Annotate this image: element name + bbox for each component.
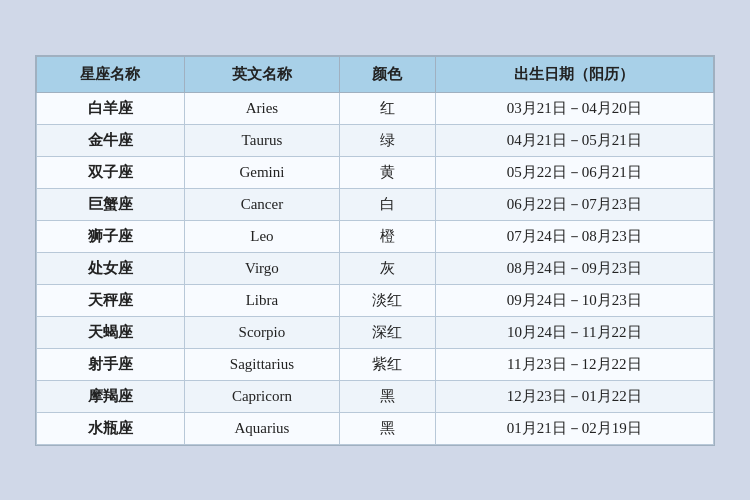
table-row: 摩羯座Capricorn黑12月23日－01月22日 <box>37 380 714 412</box>
english-name-cell: Taurus <box>184 124 339 156</box>
table-row: 金牛座Taurus绿04月21日－05月21日 <box>37 124 714 156</box>
header-color: 颜色 <box>339 56 435 92</box>
dates-cell: 07月24日－08月23日 <box>435 220 713 252</box>
chinese-name-cell: 摩羯座 <box>37 380 185 412</box>
table-row: 天蝎座Scorpio深红10月24日－11月22日 <box>37 316 714 348</box>
english-name-cell: Sagittarius <box>184 348 339 380</box>
table-row: 水瓶座Aquarius黑01月21日－02月19日 <box>37 412 714 444</box>
table-row: 天秤座Libra淡红09月24日－10月23日 <box>37 284 714 316</box>
dates-cell: 03月21日－04月20日 <box>435 92 713 124</box>
table-row: 狮子座Leo橙07月24日－08月23日 <box>37 220 714 252</box>
english-name-cell: Gemini <box>184 156 339 188</box>
chinese-name-cell: 金牛座 <box>37 124 185 156</box>
dates-cell: 01月21日－02月19日 <box>435 412 713 444</box>
dates-cell: 10月24日－11月22日 <box>435 316 713 348</box>
dates-cell: 05月22日－06月21日 <box>435 156 713 188</box>
zodiac-table: 星座名称 英文名称 颜色 出生日期（阳历） 白羊座Aries红03月21日－04… <box>36 56 714 445</box>
chinese-name-cell: 水瓶座 <box>37 412 185 444</box>
table-row: 处女座Virgo灰08月24日－09月23日 <box>37 252 714 284</box>
table-row: 白羊座Aries红03月21日－04月20日 <box>37 92 714 124</box>
table-row: 射手座Sagittarius紫红11月23日－12月22日 <box>37 348 714 380</box>
english-name-cell: Leo <box>184 220 339 252</box>
color-cell: 橙 <box>339 220 435 252</box>
color-cell: 白 <box>339 188 435 220</box>
chinese-name-cell: 双子座 <box>37 156 185 188</box>
header-english-name: 英文名称 <box>184 56 339 92</box>
color-cell: 黄 <box>339 156 435 188</box>
dates-cell: 11月23日－12月22日 <box>435 348 713 380</box>
table-body: 白羊座Aries红03月21日－04月20日金牛座Taurus绿04月21日－0… <box>37 92 714 444</box>
english-name-cell: Aries <box>184 92 339 124</box>
dates-cell: 06月22日－07月23日 <box>435 188 713 220</box>
color-cell: 红 <box>339 92 435 124</box>
english-name-cell: Cancer <box>184 188 339 220</box>
english-name-cell: Libra <box>184 284 339 316</box>
dates-cell: 08月24日－09月23日 <box>435 252 713 284</box>
dates-cell: 04月21日－05月21日 <box>435 124 713 156</box>
color-cell: 黑 <box>339 412 435 444</box>
color-cell: 黑 <box>339 380 435 412</box>
color-cell: 灰 <box>339 252 435 284</box>
color-cell: 绿 <box>339 124 435 156</box>
english-name-cell: Virgo <box>184 252 339 284</box>
english-name-cell: Capricorn <box>184 380 339 412</box>
dates-cell: 09月24日－10月23日 <box>435 284 713 316</box>
zodiac-table-container: 星座名称 英文名称 颜色 出生日期（阳历） 白羊座Aries红03月21日－04… <box>35 55 715 446</box>
chinese-name-cell: 狮子座 <box>37 220 185 252</box>
header-dates: 出生日期（阳历） <box>435 56 713 92</box>
header-chinese-name: 星座名称 <box>37 56 185 92</box>
color-cell: 紫红 <box>339 348 435 380</box>
chinese-name-cell: 天蝎座 <box>37 316 185 348</box>
table-header-row: 星座名称 英文名称 颜色 出生日期（阳历） <box>37 56 714 92</box>
chinese-name-cell: 射手座 <box>37 348 185 380</box>
color-cell: 深红 <box>339 316 435 348</box>
english-name-cell: Aquarius <box>184 412 339 444</box>
table-row: 巨蟹座Cancer白06月22日－07月23日 <box>37 188 714 220</box>
chinese-name-cell: 白羊座 <box>37 92 185 124</box>
english-name-cell: Scorpio <box>184 316 339 348</box>
color-cell: 淡红 <box>339 284 435 316</box>
table-row: 双子座Gemini黄05月22日－06月21日 <box>37 156 714 188</box>
chinese-name-cell: 巨蟹座 <box>37 188 185 220</box>
chinese-name-cell: 天秤座 <box>37 284 185 316</box>
dates-cell: 12月23日－01月22日 <box>435 380 713 412</box>
chinese-name-cell: 处女座 <box>37 252 185 284</box>
